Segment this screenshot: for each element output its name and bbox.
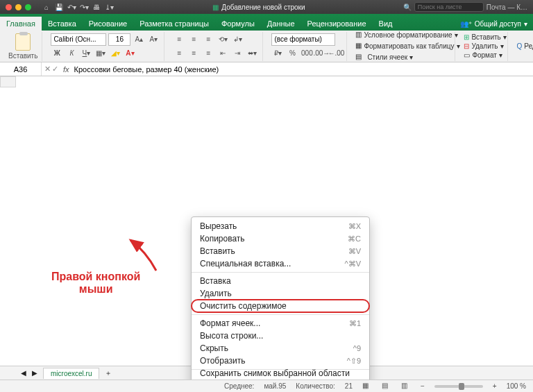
format-cells-button[interactable]: ▭Формат▾ bbox=[464, 51, 503, 59]
font-name-input[interactable] bbox=[51, 33, 106, 46]
close-window-icon[interactable] bbox=[6, 4, 12, 10]
tab-review[interactable]: Рецензирование bbox=[301, 17, 373, 31]
zoom-in-icon[interactable]: + bbox=[493, 382, 497, 390]
delete-cells-button[interactable]: ⊟Удалить▾ bbox=[464, 42, 503, 50]
add-sheet-icon[interactable]: ＋ bbox=[105, 368, 112, 378]
tab-home[interactable]: Главная bbox=[0, 17, 42, 31]
ctx-copy[interactable]: Копировать⌘C bbox=[192, 232, 369, 245]
conditional-formatting-button[interactable]: ▥Условное форматирование▾ bbox=[355, 31, 450, 40]
save-icon[interactable]: 💾 bbox=[53, 3, 65, 11]
insert-cells-button[interactable]: ⊞Вставить▾ bbox=[464, 33, 503, 41]
zoom-slider[interactable] bbox=[434, 385, 483, 388]
number-format-input[interactable] bbox=[271, 33, 335, 46]
formula-bar: ✕ ✓ fx bbox=[0, 62, 533, 76]
cancel-formula-icon[interactable]: ✕ bbox=[44, 65, 51, 74]
spreadsheet-grid[interactable]: Правой кнопкой мыши Вырезать⌘X Копироват… bbox=[0, 76, 533, 380]
accept-formula-icon[interactable]: ✓ bbox=[52, 65, 58, 74]
minimize-window-icon[interactable] bbox=[15, 4, 22, 10]
context-menu: Вырезать⌘X Копировать⌘C Вставить⌘V Специ… bbox=[191, 216, 370, 380]
inc-decimal-icon[interactable]: .00→ bbox=[315, 47, 328, 60]
italic-icon[interactable]: К bbox=[65, 47, 78, 60]
tab-insert[interactable]: Вставка bbox=[42, 17, 83, 31]
normal-view-icon[interactable]: ▦ bbox=[362, 382, 372, 391]
ctx-paste-special[interactable]: Специальная вставка...^⌘V bbox=[192, 257, 369, 270]
currency-icon[interactable]: ₽▾ bbox=[271, 47, 284, 60]
paste-icon[interactable] bbox=[15, 33, 31, 51]
insert-icon: ⊞ bbox=[464, 33, 469, 41]
tab-draw[interactable]: Рисование bbox=[83, 17, 133, 31]
format-icon: ▭ bbox=[464, 51, 470, 59]
search-input[interactable] bbox=[414, 2, 484, 12]
ctx-screenshot[interactable]: Сохранить снимок выбранной области экран… bbox=[192, 372, 369, 380]
format-as-table-button[interactable]: ▦Форматировать как таблицу▾ bbox=[355, 42, 450, 51]
tab-formulas[interactable]: Формулы bbox=[215, 17, 261, 31]
ctx-delete[interactable]: Удалить bbox=[192, 287, 369, 300]
fill-color-icon[interactable]: ◢▾ bbox=[109, 47, 121, 60]
print-icon[interactable]: 🖶 bbox=[91, 3, 102, 11]
indent-inc-icon[interactable]: ⇥ bbox=[231, 47, 244, 60]
redo-icon[interactable]: ↷▾ bbox=[78, 3, 90, 11]
home-icon[interactable]: ⌂ bbox=[41, 3, 52, 11]
editing-button[interactable]: QРедактирование bbox=[516, 42, 533, 50]
font-size-input[interactable] bbox=[108, 33, 130, 46]
sheet-tab[interactable]: microexcel.ru bbox=[43, 368, 99, 379]
align-bottom-icon[interactable]: ≡ bbox=[202, 33, 214, 46]
wrap-text-icon[interactable]: ↲▾ bbox=[231, 33, 244, 46]
comma-icon[interactable]: 000 bbox=[301, 47, 313, 60]
orientation-icon[interactable]: ⟲▾ bbox=[217, 33, 229, 46]
ctx-hide[interactable]: Скрыть^9 bbox=[192, 342, 369, 355]
increase-font-icon[interactable]: A▴ bbox=[133, 33, 145, 46]
decrease-font-icon[interactable]: A▾ bbox=[147, 33, 160, 46]
border-icon[interactable]: ▦▾ bbox=[94, 47, 107, 60]
align-right-icon[interactable]: ≡ bbox=[202, 47, 214, 60]
ctx-insert[interactable]: Вставка bbox=[192, 275, 369, 287]
tab-pagelayout[interactable]: Разметка страницы bbox=[133, 17, 215, 31]
font-color-icon[interactable]: A▾ bbox=[124, 47, 136, 60]
status-count-label: Количество: bbox=[296, 382, 335, 390]
document-name-text: Добавление новой строки bbox=[221, 3, 305, 11]
status-bar: Среднее: май.95 Количество: 21 ▦ ▤ ▥ − +… bbox=[0, 380, 533, 392]
chevron-down-icon: ▾ bbox=[524, 20, 527, 28]
tab-data[interactable]: Данные bbox=[261, 17, 301, 31]
page-layout-view-icon[interactable]: ▤ bbox=[382, 382, 391, 391]
next-sheet-icon[interactable]: ▶ bbox=[32, 369, 37, 377]
align-top-icon[interactable]: ≡ bbox=[173, 33, 185, 46]
align-center-icon[interactable]: ≡ bbox=[187, 47, 200, 60]
ctx-show[interactable]: Отобразить^⇧9 bbox=[192, 355, 369, 367]
page-break-view-icon[interactable]: ▥ bbox=[401, 382, 411, 391]
indent-dec-icon[interactable]: ⇤ bbox=[217, 47, 229, 60]
ctx-clear-contents[interactable]: Очистить содержимое bbox=[192, 300, 369, 312]
align-left-icon[interactable]: ≡ bbox=[173, 47, 185, 60]
cell-styles-button[interactable]: ▤Стили ячеек▾ bbox=[355, 53, 450, 62]
share-button[interactable]: 👥⁺ Общий доступ ▾ bbox=[455, 17, 533, 31]
window-controls[interactable] bbox=[0, 4, 37, 10]
formula-input[interactable] bbox=[71, 62, 533, 76]
ctx-format-cells[interactable]: Формат ячеек...⌘1 bbox=[192, 317, 369, 330]
col-header[interactable] bbox=[1, 77, 16, 87]
ctx-paste[interactable]: Вставить⌘V bbox=[192, 245, 369, 257]
ctx-cut[interactable]: Вырезать⌘X bbox=[192, 220, 369, 232]
underline-icon[interactable]: Ч▾ bbox=[80, 47, 92, 60]
tab-view[interactable]: Вид bbox=[373, 17, 399, 31]
percent-icon[interactable]: % bbox=[286, 47, 298, 60]
account-text: Почта — К… bbox=[487, 3, 527, 11]
open-icon[interactable]: ⤓▾ bbox=[103, 3, 115, 11]
ribbon-tabs: Главная Вставка Рисование Разметка стран… bbox=[0, 14, 533, 31]
ctx-row-height[interactable]: Высота строки... bbox=[192, 330, 369, 342]
zoom-level[interactable]: 100 % bbox=[507, 382, 526, 390]
zoom-out-icon[interactable]: − bbox=[421, 382, 425, 390]
bold-icon[interactable]: Ж bbox=[51, 47, 63, 60]
fx-icon[interactable]: fx bbox=[61, 65, 71, 74]
align-middle-icon[interactable]: ≡ bbox=[187, 33, 200, 46]
clipboard-group: Вставить bbox=[4, 32, 42, 61]
dec-decimal-icon[interactable]: ←.00 bbox=[330, 47, 342, 60]
merge-icon[interactable]: ⬌▾ bbox=[246, 47, 258, 60]
titlebar-search: 🔍 Почта — К… bbox=[403, 2, 533, 12]
share-label: Общий доступ bbox=[475, 20, 521, 28]
paste-label: Вставить bbox=[8, 52, 37, 60]
status-count-value: 21 bbox=[345, 382, 353, 390]
undo-icon[interactable]: ↶▾ bbox=[66, 3, 77, 11]
prev-sheet-icon[interactable]: ◀ bbox=[21, 369, 26, 377]
name-box[interactable] bbox=[0, 62, 42, 76]
zoom-window-icon[interactable] bbox=[25, 4, 31, 10]
